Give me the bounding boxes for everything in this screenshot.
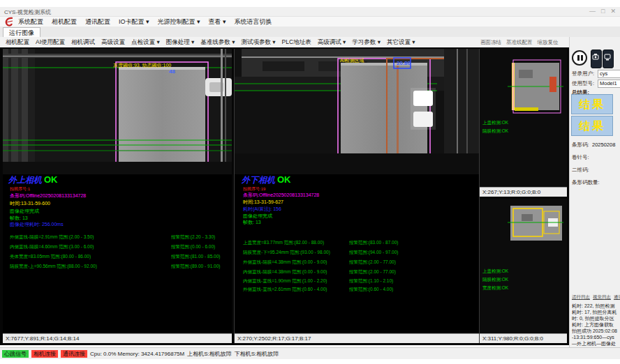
camera-connect-badge: 相机连接 <box>31 350 58 358</box>
tool-other-settings[interactable]: 其它设置 ▾ <box>387 38 415 47</box>
alarm-text: 报警范围:(1.10 - 2.10) <box>349 278 393 285</box>
tool-test-params[interactable]: 测试项参数 ▾ <box>241 38 275 47</box>
comm-connect-badge: 通讯连接 <box>61 350 87 358</box>
measurement-text: 内侧直线-隔膜=4.60mm 范围:(3.00 - 6.00) <box>10 244 94 250</box>
minimize-icon[interactable]: — <box>589 8 596 15</box>
menu-item-io-config[interactable]: IO卡配置 ▾ <box>119 17 149 26</box>
tool-zoom-reset[interactable]: 缩放复位 <box>538 39 559 46</box>
center-camera-view[interactable]: AI检测区域 20.80 外下相机OK 拍照序号:19 条形码:Offline2… <box>234 49 480 343</box>
left-barcode-text: 条形码:Offline20250208133134728 <box>10 192 86 199</box>
alarm-text: 报警范围:(81.00 - 85.00) <box>171 254 220 260</box>
blue-measure-value: 20.80 <box>397 60 411 66</box>
upper-camera-fault-text: 上相机S:相机故障 <box>187 350 232 358</box>
log-text: 耗时: 222, 拍照检测耗时: 17, 拍照分离耗时: 0, 拍照提取分区耗时… <box>572 303 618 353</box>
menu-bar: 系统配置 相机配置 通讯配置 IO卡配置 ▾ 光源控制配置 ▾ 查看 ▾ 系统语… <box>0 17 620 26</box>
toolbar-right-items: 画面冻结 基准线配置 缩放复位 <box>480 37 559 47</box>
toolbar: 相机配置 AI使用配置 相机调试 高级设置 点检设置 ▾ 图像处理 ▾ 基准线参… <box>0 37 620 48</box>
left-camera-view[interactable]: 灰度阈值:93, 动态阈值:100 48 外上相机OK 拍照序号:1 条形码:O… <box>3 49 232 343</box>
pause-icon <box>581 55 583 61</box>
menu-item-comm-config[interactable]: 通讯配置 <box>85 17 110 26</box>
camera-name: 外上相机 <box>8 175 42 185</box>
center-view-statusline: X:270;Y:2502;R:17;G:17;B:17 <box>235 333 479 343</box>
toolbar-items: 相机配置 AI使用配置 相机调试 高级设置 点检设置 ▾ 图像处理 ▾ 基准线参… <box>6 37 415 47</box>
center-camera-image[interactable] <box>235 49 479 174</box>
menu-item-language-switch[interactable]: 系统语言切换 <box>235 17 272 26</box>
monitor-icon <box>603 50 612 66</box>
heartbeat-badge: 心跳信号 <box>2 350 29 358</box>
tool-freeze-frame[interactable]: 画面冻结 <box>480 39 501 46</box>
thumb-status-line: 上盖检测:OK <box>482 268 508 275</box>
alarm-text: 报警范围:(0.60 - 4.00) <box>349 287 393 293</box>
result-box-upper: 结果 <box>571 94 613 114</box>
pause-icon <box>577 55 580 61</box>
barcode-count-label: 条形码数量: <box>572 179 600 186</box>
menu-item-system-config[interactable]: 系统配置 <box>18 17 43 26</box>
user-field[interactable]: cys <box>598 70 620 78</box>
left-done-text: 图像处理完成 <box>10 208 39 215</box>
tool-image-processing[interactable]: 图像处理 ▾ <box>166 38 195 47</box>
thumb-status-line: 隔膜检测:OK <box>482 277 508 283</box>
tool-spotcheck-settings[interactable]: 点检设置 ▾ <box>131 38 160 47</box>
monitor-button[interactable] <box>603 50 614 68</box>
window-title: CYS-视觉检测系统 <box>4 8 51 16</box>
measurement-text: 外侧直线-隔膜=4.38mm 范围:(0.00 - 9.00) <box>243 259 327 266</box>
maximize-icon[interactable]: □ <box>601 8 605 15</box>
tool-ai-usage-config[interactable]: AI使用配置 <box>36 38 65 47</box>
user-label: 登录用户: <box>572 70 594 77</box>
window-controls: — □ ✕ <box>589 8 616 15</box>
left-elapsed-text: 图像处理耗时: 256.00ms <box>10 221 64 228</box>
menu-item-light-config[interactable]: 光源控制配置 ▾ <box>158 17 200 26</box>
barcode-value: 20250208 <box>592 142 615 148</box>
blue-measure-mark: 48 <box>169 68 175 75</box>
measurement-text: 外侧直线-直线=2.61mm 范围:(0.60 - 4.00) <box>243 287 327 293</box>
main-image-area: 灰度阈值:93, 动态阈值:100 48 外上相机OK 拍照序号:1 条形码:O… <box>0 47 569 345</box>
model-select[interactable]: Model1 <box>598 79 620 88</box>
tab-run-image[interactable]: 运行图像 <box>3 27 40 38</box>
tool-baseline-params[interactable]: 基准线参数 ▾ <box>200 38 235 47</box>
menu-item-camera-config[interactable]: 相机配置 <box>52 17 77 26</box>
measurement-text: 上盖宽度=83.77mm 范围:(82.00 - 88.00) <box>243 240 324 246</box>
tool-camera-debug[interactable]: 相机调试 <box>71 38 95 47</box>
alarm-text: 报警范围:(2.00 - 77.00) <box>349 269 396 275</box>
model-label: 使用型号: <box>572 80 594 87</box>
log-tabs: 运行日志 视觉日志 通讯日志 <box>572 294 620 301</box>
thumb-status-line: 上盖检测:OK <box>482 120 508 126</box>
log-tab-comm[interactable]: 通讯日志 <box>614 294 620 301</box>
log-tab-vision[interactable]: 视觉日志 <box>593 294 611 301</box>
measurement-text: 内侧直线-直线=1.90mm 范围:(1.00 - 2.20) <box>243 278 327 285</box>
tool-plc-address-table[interactable]: PLC地址表 <box>282 38 311 47</box>
barcode-label: 条形码: <box>572 142 589 149</box>
cpu-memory-text: Cpu: 0.0% Memory: 3424.41796875M <box>90 351 184 357</box>
lower-camera-fault-text: 下相机S:相机故障 <box>235 350 279 358</box>
close-icon[interactable]: ✕ <box>610 8 616 15</box>
left-photo-index: 拍照序号:1 <box>10 186 30 192</box>
camera-icon <box>591 50 600 66</box>
tool-advanced-debug[interactable]: 高级调试 ▾ <box>318 38 346 47</box>
left-time-text: 时间:13-31-59-600 <box>10 200 50 207</box>
camera-name: 外下相机 <box>242 175 275 185</box>
tab-row: 运行图像 <box>0 26 620 38</box>
tool-baseline-setup[interactable]: 基准线配置 <box>506 39 533 46</box>
thumb-top-statusline: X:267;Y:13;R:0;G:0;B:0 <box>480 187 567 197</box>
thumb-bottom-image[interactable] <box>480 199 567 333</box>
tool-learning-params[interactable]: 学习参数 ▾ <box>352 38 381 47</box>
tool-camera-config[interactable]: 相机配置 <box>6 38 29 47</box>
thumb-top-view[interactable]: 上盖检测:OK 隔膜检测:OK X:267;Y:13;R:0;G:0;B:0 <box>480 49 567 197</box>
threshold-overlay-text: 灰度阈值:93, 动态阈值:100 <box>113 62 171 69</box>
menu-item-view[interactable]: 查看 ▾ <box>209 17 226 26</box>
camera-button[interactable] <box>591 50 602 68</box>
log-tab-run[interactable]: 运行日志 <box>572 294 590 301</box>
alarm-text: 报警范围:(94.00 - 97.00) <box>349 250 398 256</box>
center-elapsed-text: 耗时(AI算法): 156 <box>243 206 281 213</box>
thumb-top-image[interactable] <box>480 49 567 187</box>
thumb-bottom-statusline: X:311;Y:980;R:0;G:0;B:0 <box>480 333 567 343</box>
pause-button[interactable] <box>572 50 587 66</box>
center-frames-text: 帧数: 13 <box>243 219 261 226</box>
left-view-statusline: X:7677;Y:891;R:14;G:14;B:14 <box>3 333 232 343</box>
thumb-bottom-view[interactable]: 上盖检测:OK 隔膜检测:OK 宽度检测:OK X:311;Y:980;R:0;… <box>480 199 567 343</box>
center-barcode-text: 条形码:Offline20250208133134728 <box>243 192 319 199</box>
alarm-text: 报警范围:(0.00 - 6.00) <box>171 244 215 250</box>
measurement-text: 外侧直线-隔膜=2.91mm 范围:(2.00 - 3.50) <box>10 234 94 241</box>
tool-advanced-settings[interactable]: 高级设置 <box>101 38 125 47</box>
camera-ok-status: OK <box>44 174 58 185</box>
